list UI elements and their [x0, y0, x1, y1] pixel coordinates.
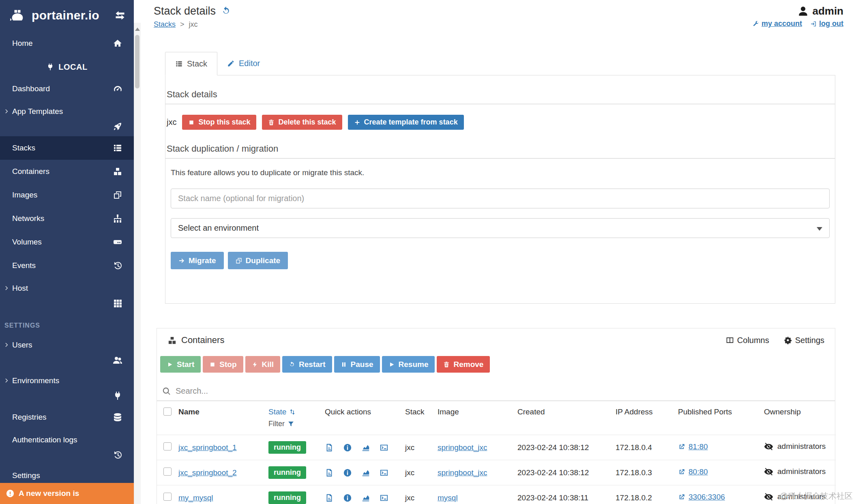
user-menu[interactable]: admin — [753, 5, 843, 17]
image-link[interactable]: mysql — [438, 493, 458, 502]
row-checkbox[interactable] — [163, 442, 172, 450]
migrate-button[interactable]: Migrate — [171, 252, 224, 269]
stats-icon[interactable] — [361, 468, 370, 477]
sidebar-item-authentication-logs[interactable]: Authentication logs — [0, 429, 134, 465]
sidebar-item-environments[interactable]: Environments — [0, 370, 134, 405]
inspect-icon[interactable] — [343, 443, 352, 452]
app: portainer.io Home LOCAL Dashboard App Te… — [0, 0, 856, 504]
container-name-link[interactable]: jxc_springboot_1 — [178, 443, 237, 452]
sidebar-item-containers[interactable]: Containers — [0, 160, 134, 183]
console-icon[interactable] — [380, 443, 388, 452]
console-icon[interactable] — [380, 468, 388, 477]
sidebar-item-dashboard[interactable]: Dashboard — [0, 77, 134, 101]
port-mapping[interactable]: 81:80 — [689, 442, 708, 451]
environment-select[interactable]: Select an environment — [171, 218, 830, 238]
duplicate-button[interactable]: Duplicate — [228, 252, 288, 269]
search-input[interactable] — [157, 382, 835, 401]
sidebar-item-registries[interactable]: Registries — [0, 405, 134, 429]
main-content: Stack details Stacks > jxc admin — [141, 0, 856, 504]
watermark: @稀土掘金技术社区 — [780, 491, 853, 502]
published-port-link[interactable]: 81:80 — [678, 442, 708, 451]
stop-icon — [209, 361, 216, 368]
sidebar-item-home[interactable]: Home — [0, 33, 134, 54]
image-link[interactable]: springboot_jxc — [438, 468, 487, 477]
sidebar-item-volumes[interactable]: Volumes — [0, 230, 134, 254]
sidebar-item-host[interactable]: Host — [0, 277, 134, 313]
logs-icon[interactable] — [325, 493, 334, 502]
delete-stack-label: Delete this stack — [278, 118, 336, 127]
scrollbar-thumb[interactable] — [135, 35, 139, 88]
sidebar-item-networks[interactable]: Networks — [0, 207, 134, 230]
start-button[interactable]: Start — [160, 356, 201, 373]
layers-icon — [113, 190, 122, 200]
sidebar-item-app-templates[interactable]: App Templates — [0, 101, 134, 136]
restart-label: Restart — [299, 360, 325, 369]
pause-label: Pause — [351, 360, 373, 369]
columns-button[interactable]: Columns — [726, 336, 769, 345]
select-all-checkbox[interactable] — [163, 407, 172, 416]
log-out-link[interactable]: log out — [810, 19, 843, 28]
stop-button[interactable]: Stop — [203, 356, 243, 373]
history-icon — [113, 261, 122, 270]
sidebar-item-users[interactable]: Users — [0, 334, 134, 370]
port-mapping[interactable]: 80:80 — [689, 468, 708, 476]
published-port-link[interactable]: 80:80 — [678, 468, 708, 476]
update-available-banner[interactable]: A new version is — [0, 483, 134, 504]
scrollbar-up-arrow[interactable] — [135, 25, 140, 31]
delete-stack-button[interactable]: Delete this stack — [262, 115, 342, 130]
containers-title: Containers — [181, 335, 224, 345]
row-checkbox[interactable] — [163, 468, 172, 476]
restart-button[interactable]: Restart — [282, 356, 332, 373]
stop-stack-button[interactable]: Stop this stack — [182, 115, 256, 130]
state-filter-control[interactable]: Filter — [268, 420, 322, 428]
inspect-icon[interactable] — [343, 468, 352, 477]
table-settings-button[interactable]: Settings — [784, 336, 824, 345]
tab-stack[interactable]: Stack — [165, 52, 217, 75]
resume-button[interactable]: Resume — [382, 356, 435, 373]
console-icon[interactable] — [380, 493, 388, 502]
kill-button[interactable]: Kill — [245, 356, 281, 373]
create-template-button[interactable]: Create template from stack — [348, 115, 464, 130]
container-name-link[interactable]: my_mysql — [178, 493, 213, 502]
column-header-name[interactable]: Name — [178, 401, 268, 435]
sidebar-collapse-button[interactable] — [114, 10, 126, 21]
scrollbar-track[interactable] — [134, 23, 141, 504]
chevron-right-icon — [4, 342, 10, 348]
container-actions-bar: Start Stop Kill Restart — [157, 352, 835, 377]
tab-editor[interactable]: Editor — [217, 51, 270, 75]
ip-cell: 172.18.0.3 — [616, 468, 652, 477]
remove-button[interactable]: Remove — [437, 356, 490, 373]
search-bar — [157, 382, 835, 401]
inspect-icon[interactable] — [343, 493, 352, 502]
duplication-description: This feature allows you to duplicate or … — [171, 168, 830, 177]
environment-header[interactable]: LOCAL — [0, 57, 134, 77]
logs-icon[interactable] — [325, 443, 334, 452]
pause-button[interactable]: Pause — [334, 356, 380, 373]
logs-icon[interactable] — [325, 468, 334, 477]
sidebar-item-events[interactable]: Events — [0, 254, 134, 277]
cubes-icon — [113, 167, 122, 176]
container-name-link[interactable]: jxc_springboot_2 — [178, 468, 237, 477]
row-checkbox[interactable] — [163, 493, 172, 501]
my-account-link[interactable]: my account — [753, 19, 802, 28]
stack-name-input[interactable] — [171, 189, 830, 208]
stats-icon[interactable] — [361, 493, 370, 502]
sitemap-icon — [113, 214, 122, 223]
image-link[interactable]: springboot_jxc — [438, 443, 487, 452]
port-mapping[interactable]: 3306:3306 — [689, 493, 725, 502]
main-scrollbar[interactable] — [134, 0, 141, 504]
state-sort-control[interactable]: State — [268, 407, 296, 416]
breadcrumb-stacks-link[interactable]: Stacks — [154, 20, 176, 28]
sidebar-item-label: Events — [12, 261, 36, 270]
published-port-link[interactable]: 3306:3306 — [678, 493, 725, 502]
stack-actions-row: jxc Stop this stack Delete this stack Cr… — [167, 115, 834, 130]
sidebar-item-stacks[interactable]: Stacks — [0, 136, 134, 160]
stats-icon[interactable] — [361, 443, 370, 452]
refresh-button[interactable] — [221, 6, 231, 16]
search-icon — [162, 387, 171, 395]
sidebar-item-images[interactable]: Images — [0, 183, 134, 207]
table-header-row: Name State Filter — [157, 401, 836, 435]
columns-icon — [726, 336, 734, 344]
sidebar-item-label: Networks — [12, 214, 44, 223]
status-badge: running — [268, 441, 306, 454]
